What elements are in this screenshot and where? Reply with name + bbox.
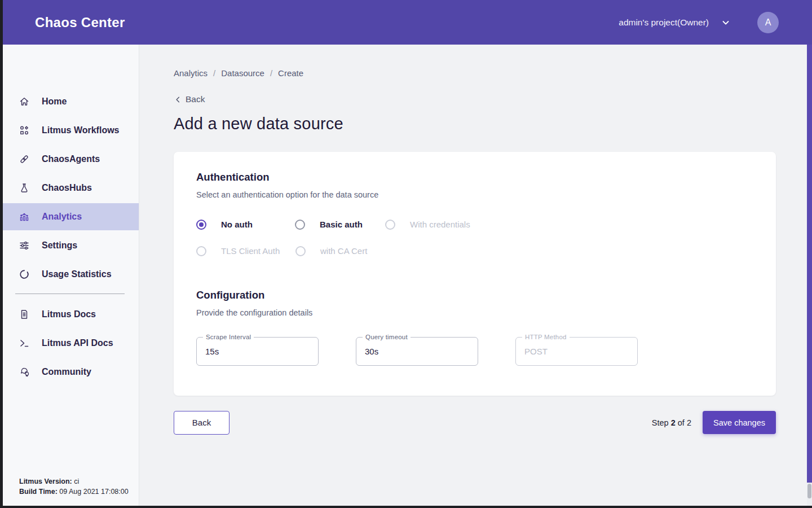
auth-option-tls-client-auth: TLS Client Auth (196, 246, 295, 256)
bar-chart-icon (19, 211, 30, 222)
sidebar-item-litmus-api-docs[interactable]: Litmus API Docs (0, 330, 139, 357)
auth-option-row: No authBasic authWith credentials (196, 220, 753, 230)
query-timeout-field: Query timeout (356, 337, 478, 366)
sidebar-divider (15, 294, 125, 294)
home-icon (19, 96, 30, 107)
sliders-icon (19, 240, 30, 251)
flask-icon (19, 182, 30, 194)
chat-icon (19, 366, 30, 378)
configuration-title: Configuration (196, 289, 753, 301)
breadcrumb-item-create: Create (278, 68, 303, 78)
datasource-form-card: Authentication Select an authentication … (174, 152, 776, 396)
auth-option-label: Basic auth (320, 220, 363, 229)
radio-icon[interactable] (196, 220, 206, 230)
sidebar-item-label: ChaosAgents (42, 154, 100, 164)
version-value: ci (74, 478, 79, 485)
auth-option-label: TLS Client Auth (221, 246, 280, 256)
authentication-title: Authentication (196, 171, 753, 183)
version-info: Litmus Version: ci Build Time: 09 Aug 20… (19, 476, 129, 497)
auth-option-with-credentials: With credentials (385, 220, 470, 230)
auth-option-basic-auth[interactable]: Basic auth (295, 220, 385, 230)
workflows-icon (19, 125, 30, 136)
chevron-down-icon (721, 18, 730, 27)
link-icon (19, 154, 30, 165)
screen-edge-bottom (0, 506, 812, 508)
save-changes-button[interactable]: Save changes (703, 411, 776, 434)
back-button[interactable]: Back (174, 411, 230, 435)
query-timeout-input[interactable] (356, 338, 478, 365)
breadcrumb: Analytics/Datasource/Create (174, 68, 807, 78)
sidebar-item-label: Litmus API Docs (42, 338, 113, 348)
scrape-interval-input[interactable] (197, 338, 318, 365)
screen-edge-left (0, 0, 3, 508)
sidebar-item-label: Analytics (42, 212, 82, 222)
document-icon (19, 309, 30, 320)
app-header: Chaos Center admin's project(Owner) A (0, 0, 812, 45)
sidebar-item-label: Community (42, 367, 91, 377)
configuration-fields: Scrape IntervalQuery timeoutHTTP Method (196, 337, 753, 366)
radio-icon (295, 246, 306, 256)
sidebar-item-label: Usage Statistics (42, 269, 112, 279)
scrape-interval-label: Scrape Interval (203, 334, 254, 340)
sidebar-item-community[interactable]: Community (0, 358, 139, 386)
scrollbar-thumb[interactable] (807, 45, 812, 483)
http-method-field: HTTP Method (515, 337, 638, 366)
sidebar-item-label: Settings (42, 240, 77, 251)
radio-icon (385, 220, 395, 230)
chevron-left-icon (174, 95, 182, 104)
project-selector[interactable]: admin's project(Owner) (619, 17, 730, 28)
auth-option-label: No auth (221, 220, 253, 229)
radio-icon (196, 246, 206, 256)
scrape-interval-field: Scrape Interval (196, 337, 319, 366)
auth-options: No authBasic authWith credentialsTLS Cli… (196, 220, 753, 256)
breadcrumb-item-analytics[interactable]: Analytics (174, 68, 208, 78)
page-scrollbar[interactable] (807, 45, 812, 506)
app-title: Chaos Center (0, 15, 125, 30)
version-label: Litmus Version: (19, 478, 72, 485)
page-title: Add a new data source (174, 115, 807, 133)
back-link[interactable]: Back (174, 94, 205, 104)
sidebar-item-chaosagents[interactable]: ChaosAgents (0, 146, 139, 173)
auth-option-row: TLS Client Authwith CA Cert (196, 246, 753, 256)
radio-icon[interactable] (295, 220, 305, 230)
sidebar-item-analytics[interactable]: Analytics (0, 203, 139, 230)
auth-option-with-ca-cert: with CA Cert (295, 246, 367, 256)
sidebar-item-label: Litmus Docs (42, 309, 96, 319)
breadcrumb-separator: / (270, 68, 272, 78)
sidebar-item-settings[interactable]: Settings (0, 232, 139, 259)
avatar-initial: A (765, 17, 771, 28)
authentication-subtitle: Select an authentication option for the … (196, 190, 753, 199)
avatar[interactable]: A (757, 12, 779, 33)
terminal-icon (19, 338, 30, 349)
configuration-subtitle: Provide the configuration details (196, 308, 753, 317)
form-footer: Back Step 2 of 2 Save changes (174, 411, 776, 435)
sidebar-item-litmus-docs[interactable]: Litmus Docs (0, 301, 139, 328)
auth-option-no-auth[interactable]: No auth (196, 220, 295, 230)
breadcrumb-separator: / (213, 68, 215, 78)
main-content: Analytics/Datasource/Create Back Add a n… (140, 45, 807, 506)
http-method-label: HTTP Method (522, 334, 570, 340)
auth-option-label: with CA Cert (320, 246, 367, 256)
sidebar-item-label: Home (42, 97, 67, 107)
auth-option-label: With credentials (410, 220, 470, 229)
build-label: Build Time: (19, 488, 58, 496)
sidebar-item-usage-statistics[interactable]: Usage Statistics (0, 261, 139, 288)
breadcrumb-item-datasource[interactable]: Datasource (221, 68, 264, 78)
loader-icon (19, 269, 30, 280)
sidebar-item-home[interactable]: Home (0, 88, 139, 115)
back-link-label: Back (186, 94, 205, 104)
sidebar: HomeLitmus WorkflowsChaosAgentsChaosHubs… (0, 45, 139, 506)
step-indicator: Step 2 of 2 (652, 418, 691, 427)
sidebar-item-label: ChaosHubs (42, 183, 92, 193)
build-value: 09 Aug 2021 17:08:00 (59, 488, 128, 496)
sidebar-item-label: Litmus Workflows (42, 125, 120, 135)
project-selector-label: admin's project(Owner) (619, 17, 709, 28)
sidebar-nav-primary: HomeLitmus WorkflowsChaosAgentsChaosHubs… (0, 45, 139, 288)
sidebar-item-litmus-workflows[interactable]: Litmus Workflows (0, 117, 139, 144)
http-method-input (516, 338, 637, 365)
scrollbar-track-end (807, 484, 811, 498)
sidebar-nav-secondary: Litmus DocsLitmus API DocsCommunity (0, 301, 139, 386)
query-timeout-label: Query timeout (363, 334, 411, 340)
sidebar-item-chaoshubs[interactable]: ChaosHubs (0, 174, 139, 202)
